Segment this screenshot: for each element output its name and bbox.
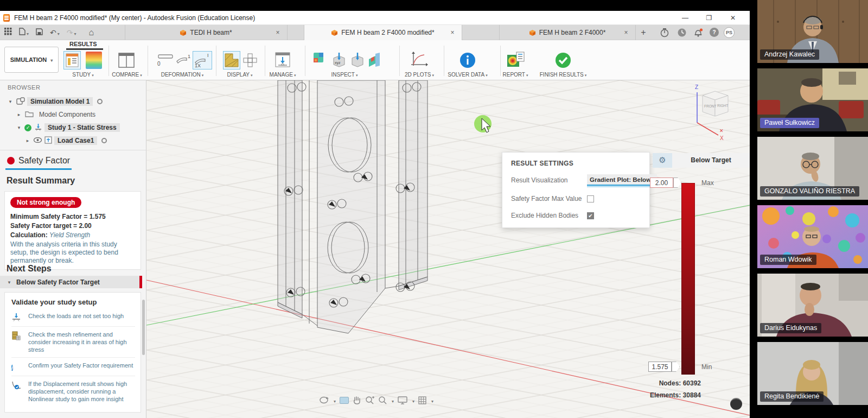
minimize-button[interactable]: — bbox=[677, 12, 693, 23]
config-circle-icon[interactable] bbox=[97, 99, 103, 104]
legend-settings-gear-icon[interactable] bbox=[653, 153, 672, 168]
legend-min-input[interactable]: 1.575 bbox=[648, 362, 672, 372]
pan-icon[interactable] bbox=[353, 396, 361, 404]
manage-icon[interactable] bbox=[275, 52, 291, 69]
compare-icon[interactable] bbox=[118, 52, 135, 69]
tree-item-model-components[interactable]: Model Components bbox=[0, 109, 146, 121]
panel-scrollbar-thumb[interactable] bbox=[142, 300, 145, 355]
tab-fem-h-beam[interactable]: FEM H beam 2 F4000* bbox=[499, 25, 636, 40]
chevron-down-icon[interactable] bbox=[16, 125, 22, 130]
chevron-right-icon[interactable] bbox=[25, 138, 30, 143]
solver-data-icon[interactable] bbox=[459, 52, 475, 69]
tab-close-icon[interactable] bbox=[449, 29, 456, 36]
zoom-window-icon[interactable] bbox=[378, 396, 387, 404]
group-inspect[interactable]: INSPECT bbox=[326, 72, 363, 78]
group-compare[interactable]: COMPARE bbox=[108, 72, 145, 78]
study-legend-icon[interactable] bbox=[86, 52, 102, 69]
deformation-none-icon[interactable]: 0 bbox=[156, 52, 173, 69]
chevron-down-icon[interactable] bbox=[411, 395, 414, 405]
navigation-toolbar bbox=[319, 394, 433, 406]
close-button[interactable]: ✕ bbox=[725, 12, 741, 23]
group-display[interactable]: DISPLAY bbox=[221, 72, 258, 78]
tab-tedi-h-beam[interactable]: TEDI H beam* bbox=[125, 25, 288, 40]
data-panel-icon[interactable] bbox=[4, 28, 12, 37]
help-icon[interactable] bbox=[710, 28, 719, 37]
chevron-down-icon[interactable] bbox=[8, 99, 13, 104]
group-finish-results[interactable]: FINISH RESULTS bbox=[536, 72, 590, 78]
new-tab-icon[interactable] bbox=[638, 27, 649, 38]
restore-button[interactable]: ❐ bbox=[701, 12, 717, 23]
participant-tile[interactable]: Regita Bendikienė bbox=[757, 342, 868, 405]
ribbon-section-label: RESULTS bbox=[69, 41, 97, 47]
user-avatar[interactable]: PS bbox=[724, 27, 735, 38]
look-at-icon[interactable] bbox=[340, 397, 349, 404]
inspect-slice-icon[interactable] bbox=[368, 52, 384, 69]
redo-icon[interactable]: ↷ bbox=[67, 28, 76, 37]
workspace-switcher[interactable]: SIMULATION bbox=[4, 47, 59, 73]
group-report[interactable]: REPORT bbox=[497, 72, 534, 78]
inspect-probe-icon[interactable] bbox=[349, 52, 366, 69]
group-study[interactable]: STUDY bbox=[64, 72, 102, 78]
status-circle-icon[interactable] bbox=[730, 398, 742, 410]
undo-icon[interactable]: ↶ bbox=[50, 28, 60, 37]
chevron-down-icon[interactable] bbox=[333, 395, 336, 405]
tree-item-study[interactable]: ✓ Study 1 - Static Stress bbox=[0, 122, 146, 134]
finish-results-icon[interactable] bbox=[554, 52, 571, 69]
participant-tile[interactable]: Darius Eidukynas bbox=[757, 274, 868, 337]
group-2d-plots[interactable]: 2D PLOTS bbox=[401, 72, 437, 78]
display-mesh-icon[interactable] bbox=[224, 52, 240, 69]
max-value-checkbox[interactable] bbox=[587, 195, 594, 202]
tree-item-simulation-model[interactable]: Simulation Model 1 bbox=[0, 96, 146, 107]
participant-tile[interactable]: GONZALO VALIÑO RIESTRA bbox=[757, 137, 868, 200]
eye-icon[interactable] bbox=[34, 137, 42, 144]
status-badge: Not strong enough bbox=[10, 197, 81, 208]
zoom-icon[interactable] bbox=[365, 396, 374, 404]
group-solver-data[interactable]: SOLVER DATA bbox=[444, 72, 492, 78]
ribbon-section-underline bbox=[66, 48, 103, 50]
2d-plots-icon[interactable] bbox=[410, 52, 426, 69]
step-check-mesh[interactable]: Check the mesh refinement and consider i… bbox=[11, 327, 135, 358]
study-details-icon[interactable] bbox=[64, 52, 80, 69]
tab-close-icon[interactable] bbox=[274, 29, 282, 36]
job-status-icon[interactable] bbox=[677, 28, 687, 37]
tab-close-icon[interactable] bbox=[622, 29, 630, 36]
below-target-row[interactable]: Below Safety Factor Target bbox=[0, 276, 142, 288]
visualization-dropdown[interactable]: Gradient Plot: Below bbox=[587, 174, 657, 186]
grid-settings-icon[interactable] bbox=[418, 396, 426, 404]
display-settings-icon[interactable] bbox=[398, 396, 407, 404]
participant-tile[interactable]: Roman Wdowik bbox=[757, 205, 868, 268]
inspect-results-icon[interactable] bbox=[312, 52, 329, 69]
dialog-title: RESULT SETTINGS bbox=[511, 160, 641, 167]
save-icon[interactable] bbox=[36, 28, 43, 37]
tree-item-load-case[interactable]: Load Case1 bbox=[0, 135, 146, 147]
extensions-icon[interactable] bbox=[660, 28, 669, 37]
legend-max-input[interactable]: 2.00 bbox=[650, 178, 673, 188]
participant-tile[interactable]: Andrzej Kawalec bbox=[757, 0, 868, 63]
chevron-down-icon[interactable] bbox=[391, 395, 394, 405]
viewport-3d[interactable]: FRONT RIGHT Z X ✕ bbox=[146, 80, 750, 418]
tab-fem-h-beam-modified[interactable]: FEM H beam 2 F4000 modified* bbox=[304, 25, 462, 40]
report-icon[interactable] bbox=[507, 52, 523, 69]
display-bodies-icon[interactable] bbox=[242, 52, 258, 69]
exclude-hidden-checkbox[interactable] bbox=[587, 212, 594, 219]
step-nonlinear-study[interactable]: If the Displacement result shows high di… bbox=[11, 376, 135, 407]
chevron-right-icon[interactable] bbox=[16, 112, 22, 117]
close-cube-icon[interactable]: ✕ bbox=[719, 128, 724, 134]
svg-text:xyz: xyz bbox=[335, 61, 341, 65]
legend-gradient-bar[interactable] bbox=[681, 183, 695, 375]
notifications-bell-icon[interactable] bbox=[693, 28, 703, 37]
participant-tile[interactable]: Paweł Sułkowicz bbox=[757, 68, 868, 131]
step-check-loads[interactable]: Check the loads are not set too high bbox=[11, 308, 135, 327]
chevron-down-icon[interactable] bbox=[7, 280, 12, 285]
inspect-point-xyz-icon[interactable]: xyz bbox=[331, 52, 347, 69]
group-manage[interactable]: MANAGE bbox=[266, 72, 299, 78]
home-icon[interactable]: ⌂ bbox=[89, 28, 94, 37]
group-deformation[interactable]: DEFORMATION bbox=[152, 72, 213, 78]
orbit-icon[interactable] bbox=[319, 396, 329, 404]
deformation-scaled-icon[interactable]: 1XI bbox=[193, 52, 212, 69]
config-circle-icon[interactable] bbox=[101, 138, 107, 143]
file-menu-icon[interactable] bbox=[19, 28, 29, 37]
step-confirm-requirement[interactable]: Confirm your Safety Factor requirement bbox=[11, 358, 135, 376]
deformation-actual-icon[interactable]: 1 bbox=[175, 52, 191, 69]
chevron-down-icon[interactable] bbox=[430, 395, 433, 405]
